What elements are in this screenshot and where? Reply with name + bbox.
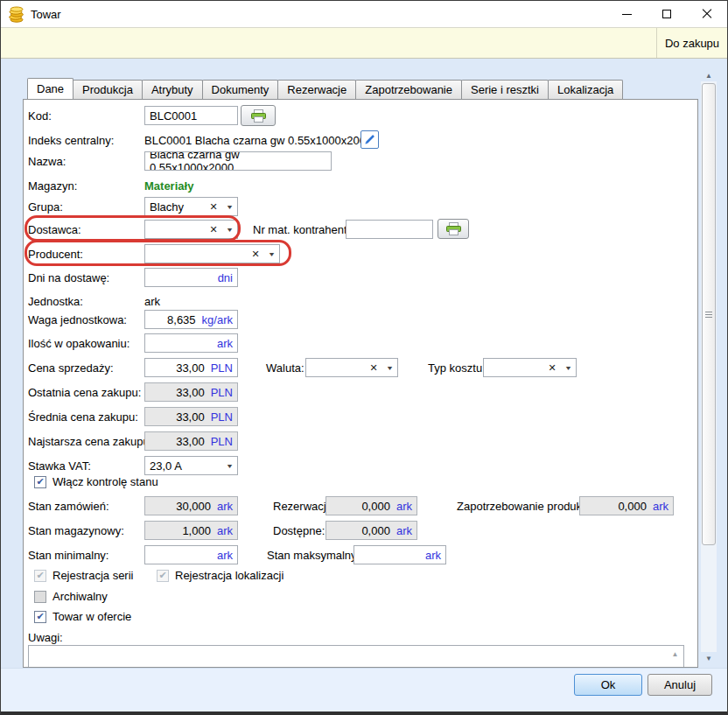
uwagi-scrollbar[interactable]: ▲ [668,647,682,668]
stan-magazynowy-value: 1,000 [182,524,211,537]
minimize-icon [622,14,632,15]
towar-w-ofercie-checkbox[interactable]: ✔ Towar w ofercie [34,610,131,623]
typ-kosztu-label: Typ kosztu: [428,361,486,375]
scroll-down-button[interactable]: ▼ [701,652,717,664]
do-zakupu-button[interactable]: Do zakupu [656,28,727,58]
kod-input[interactable]: BLC0001 [144,106,238,125]
scroll-up-icon: ▲ [672,650,679,668]
dni-unit: dni [218,271,233,284]
printer-icon [446,222,461,235]
scroll-up-button[interactable]: ▲ [701,69,717,81]
tab-rezerwacje[interactable]: Rezerwacje [277,80,356,99]
jednostka-label: Jednostka: [28,295,83,308]
ok-label: Ok [601,678,616,691]
scrollbar-track[interactable] [701,81,717,652]
maximize-button[interactable] [647,1,687,27]
vat-label: Stawka VAT: [28,459,91,473]
kontrola-stanu-label: Włącz kontrolę stanu [52,475,158,488]
minimize-button[interactable] [606,1,647,27]
nr-mat-label: Nr mat. kontrahenta: [253,223,357,236]
uwagi-label: Uwagi: [28,631,63,644]
grupa-label: Grupa: [28,200,63,214]
dni-dostawa-input[interactable]: dni [144,268,238,287]
close-button[interactable] [687,1,727,27]
bottom-button-band: Ok Anuluj [1,668,727,711]
najstarsza-cena-value: 33,00 [176,435,205,448]
tab-produkcja[interactable]: Produkcja [73,80,143,99]
jednostka-value: ark [144,295,160,308]
ilosc-opak-input[interactable]: ark [144,333,238,353]
kontrola-stanu-checkbox[interactable]: ✔ Włącz kontrolę stanu [34,475,158,488]
window-title: Towar [31,8,61,21]
archiwalny-label: Archiwalny [52,590,108,603]
maximize-icon [662,10,671,18]
tab-serie-i-resztki[interactable]: Serie i resztki [461,80,549,99]
ostatnia-cena-unit: PLN [211,386,233,399]
dni-dostawa-label: Dni na dostawę: [28,271,109,284]
rezerwacje-value: 0,000 [361,500,390,513]
dialog-content: Dane Produkcja Atrybuty Dokumenty Rezerw… [1,59,727,711]
cancel-label: Anuluj [664,678,696,691]
waga-input[interactable]: 8,635 kg/ark [144,310,238,329]
tab-atrybuty[interactable]: Atrybuty [142,80,203,99]
nr-mat-print-button[interactable] [438,219,469,239]
ok-button[interactable]: Ok [574,674,642,696]
stan-magazynowy-field: 1,000 ark [144,521,238,540]
najstarsza-cena-label: Najstarsza cena zakupu: [28,435,152,448]
dostepne-unit: ark [396,524,412,537]
tab-dokumenty[interactable]: Dokumenty [202,80,279,99]
chevron-down-icon[interactable]: ▼ [262,251,281,257]
cena-sprzedazy-input[interactable]: 33,00 PLN [144,358,238,377]
do-zakupu-label: Do zakupu [665,37,719,50]
kod-label: Kod: [28,109,52,123]
archiwalny-checkbox[interactable]: Archiwalny [34,590,108,603]
stan-min-label: Stan minimalny: [28,549,108,562]
checkbox-checked-disabled-icon: ✔ [34,570,46,582]
typ-kosztu-combo[interactable]: ✕ ▼ [483,358,577,377]
chevron-down-icon[interactable]: ▼ [558,365,578,371]
producent-combo[interactable]: ✕ ▼ [144,244,280,263]
cancel-button[interactable]: Anuluj [648,674,712,696]
cena-sprzedazy-value: 33,00 [176,361,205,375]
stan-max-input[interactable]: ark [354,545,446,564]
ostatnia-cena-label: Ostatnia cena zakupu: [28,386,141,399]
uwagi-textarea[interactable]: ▲ [28,645,684,668]
grupa-value: Blachy [145,200,205,214]
nazwa-input[interactable]: Blacha czarna gw 0.55x1000x2000 [144,151,332,171]
stan-zamowien-value: 30,000 [176,500,211,513]
zapotrzebowanie-label: Zapotrzebowanie produkcji: [457,500,596,513]
kod-print-button[interactable] [241,105,276,126]
tab-lokalizacja[interactable]: Lokalizacja [548,80,623,99]
rejestracja-lokalizacji-checkbox: ✔ Rejestracja lokalizacji [157,569,284,582]
titlebar: Towar [1,1,727,27]
waluta-combo[interactable]: ✕ ▼ [305,358,398,377]
vertical-scrollbar[interactable]: ▲ ▼ [701,69,717,664]
grupa-combo[interactable]: Blachy ✕ ▼ [144,197,238,216]
scroll-up-icon: ▲ [705,72,712,80]
ilosc-opak-unit: ark [217,337,233,350]
chevron-down-icon[interactable]: ▼ [220,463,239,469]
dostawca-combo[interactable]: ✕ ▼ [144,220,238,239]
stan-zamowien-field: 30,000 ark [144,496,238,515]
vat-combo[interactable]: 23,0 A ▼ [144,456,238,475]
rezerwacje-unit: ark [396,500,412,513]
scrollbar-thumb[interactable] [702,83,716,545]
chevron-down-icon[interactable]: ▼ [220,227,239,233]
nr-mat-input[interactable] [346,220,433,239]
cena-sprzedazy-unit: PLN [211,361,233,375]
coins-app-icon [8,5,25,23]
magazyn-value: Materiały [144,179,193,193]
indeks-label: Indeks centralny: [28,134,114,147]
tab-zapotrzebowanie[interactable]: Zapotrzebowanie [355,80,462,99]
dostepne-label: Dostępne: [273,524,325,537]
stan-zamowien-label: Stan zamówień: [28,500,109,513]
chevron-down-icon[interactable]: ▼ [220,204,239,210]
tab-page-dane: Kod: BLC0001 Indeks centralny: BLC0001 B… [23,99,698,668]
scrollbar-grip-icon [705,312,712,318]
tab-dane[interactable]: Dane [27,78,74,99]
pencil-icon [364,134,375,145]
chevron-down-icon[interactable]: ▼ [380,365,399,371]
zapotrzebowanie-value: 0,000 [618,500,647,513]
stan-min-input[interactable]: ark [144,545,238,564]
indeks-edit-button[interactable] [360,130,379,149]
